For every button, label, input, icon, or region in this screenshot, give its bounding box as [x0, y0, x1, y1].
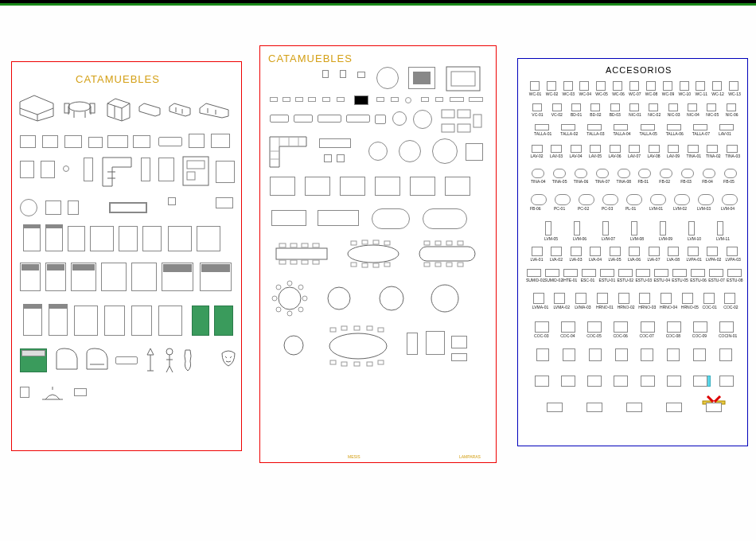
accessory-label: LVM-08	[630, 236, 644, 241]
accessory-label: LVA-05	[609, 257, 622, 262]
furn-rndtbl	[63, 165, 69, 172]
accessory-label: LVA-08	[667, 257, 680, 262]
furn-cubicle	[182, 156, 209, 186]
svg-point-48	[276, 307, 281, 312]
accessory-block	[649, 103, 658, 111]
drawing-canvas[interactable]: CATAMUEBLES	[0, 6, 756, 541]
bed-10-hb	[47, 264, 64, 270]
accessory-block	[724, 169, 737, 178]
accessory-label: TINA-08	[617, 179, 632, 184]
accessory-block	[547, 403, 563, 412]
accessory-block	[693, 376, 707, 387]
accessory-label: TALLA-05	[640, 131, 657, 136]
accessory-label: LVM-09	[659, 236, 672, 241]
svg-rect-32	[419, 247, 475, 261]
sofa-r3-3	[318, 115, 341, 123]
panel-title: CATAMUEBLES	[268, 53, 353, 64]
accessory-label: ESTU-08	[727, 278, 743, 282]
furn-cab-5	[189, 134, 205, 148]
accessory-block	[535, 321, 549, 333]
svg-rect-64	[378, 360, 384, 364]
accessory-label: COCIN-01	[719, 333, 737, 338]
bed-14-hb	[163, 264, 192, 272]
svg-rect-4	[187, 161, 205, 169]
sectional-2c	[337, 154, 345, 162]
accessory-label: LVM-06	[573, 236, 586, 241]
accessory-label: COC-01	[703, 305, 717, 309]
svg-rect-17	[302, 243, 308, 247]
furn-monitor-3	[64, 135, 82, 148]
accessory-block	[660, 169, 672, 178]
accessory-block	[638, 169, 651, 178]
accessory-block	[574, 221, 580, 235]
iso-kitchen-corner	[18, 94, 55, 123]
accessory-block	[668, 247, 679, 256]
rnd-5	[432, 138, 458, 164]
accessory-block	[527, 269, 541, 277]
accessory-label: BD-01	[571, 112, 582, 117]
ltbl-1	[270, 242, 333, 266]
sectional-2a	[319, 138, 351, 148]
accessory-block	[582, 269, 596, 277]
accessory-block	[719, 321, 734, 333]
piano-1	[55, 347, 79, 372]
furn-cab-4	[158, 137, 182, 146]
accessory-label: WC-01	[529, 91, 542, 96]
bed-2	[45, 228, 63, 251]
sofa-r3-1	[270, 115, 289, 123]
furn-bot-hanger	[41, 385, 64, 401]
accessory-label: COC-05	[586, 333, 601, 338]
svg-rect-18	[313, 243, 319, 247]
accessory-block	[641, 124, 655, 130]
curt-5	[131, 306, 152, 336]
accessory-label: FB-05	[723, 179, 735, 184]
accessory-block	[545, 221, 551, 235]
accessory-label: LVM-01	[649, 206, 663, 211]
furn-clock	[20, 199, 37, 216]
bed-11-hb	[72, 264, 95, 270]
accessory-label: TALLA-06	[666, 131, 684, 136]
accessory-block	[575, 169, 587, 178]
pc-10	[421, 97, 429, 102]
accessory-block	[589, 348, 602, 361]
accessory-label: LVM-05	[544, 236, 558, 241]
svg-rect-26	[373, 240, 379, 244]
furn-cab-3	[133, 135, 150, 148]
green-block-1	[192, 306, 209, 336]
accessory-block	[532, 247, 543, 256]
accessory-label: LVA-03	[570, 257, 583, 262]
svg-rect-8	[451, 72, 475, 86]
svg-rect-21	[302, 260, 308, 264]
accessory-block	[724, 293, 735, 304]
accessory-block	[571, 145, 582, 153]
svg-rect-56	[341, 326, 347, 330]
svg-point-50	[328, 287, 350, 309]
accessory-block	[579, 81, 589, 91]
accessory-label: WC-13	[728, 91, 741, 96]
accessory-block	[590, 103, 600, 111]
svg-rect-38	[435, 263, 441, 267]
svg-rect-55	[330, 328, 336, 332]
accessory-block	[693, 124, 707, 130]
accessory-label: LVA-06	[628, 257, 641, 262]
accessory-block	[602, 194, 618, 205]
accessory-label: FB-03	[680, 179, 692, 184]
accessory-block	[641, 321, 655, 333]
accessory-block	[682, 293, 693, 304]
accessory-block	[660, 221, 666, 235]
accessory-label: TALLA-02	[560, 131, 578, 136]
accessory-label: HRNO-01	[596, 305, 614, 309]
pc-3	[295, 97, 303, 102]
svg-rect-29	[362, 263, 368, 267]
accessory-block	[681, 169, 694, 178]
accessory-block	[641, 348, 653, 361]
living-set-1	[440, 108, 485, 135]
bed-12	[101, 263, 127, 291]
curt-4	[104, 306, 125, 336]
accessory-block	[719, 348, 732, 361]
furn-desk-4	[141, 158, 150, 181]
svg-rect-37	[424, 263, 430, 267]
accessory-label: LVPA-02	[706, 257, 721, 262]
accessory-block	[729, 81, 738, 91]
accessory-label: ESC-01	[581, 278, 595, 282]
